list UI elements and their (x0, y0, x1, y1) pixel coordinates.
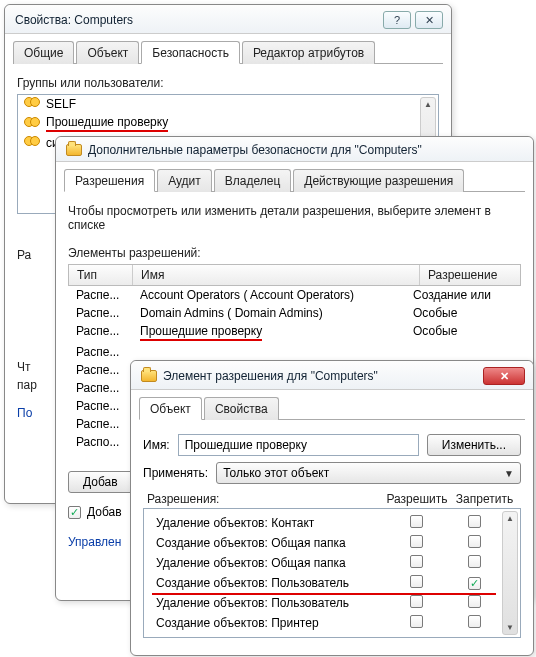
tabs: Разрешения Аудит Владелец Действующие ра… (64, 168, 525, 192)
deny-checkbox[interactable] (468, 535, 481, 548)
tab-audit[interactable]: Аудит (157, 169, 212, 192)
users-icon (24, 97, 40, 111)
allow-checkbox[interactable] (410, 535, 423, 548)
list-item-self[interactable]: SELF (18, 95, 438, 113)
users-icon (24, 136, 40, 150)
allow-checkbox[interactable] (410, 615, 423, 628)
table-row[interactable]: Распе... Account Operators ( Account Ope… (68, 286, 521, 304)
permission-label: Удаление объектов: Общая папка (148, 556, 381, 570)
titlebar: Свойства: Computers ? ✕ (5, 5, 451, 34)
titlebar: Элемент разрешения для "Computers" ✕ (131, 361, 533, 390)
permission-row: Удаление объектов: Общая папка (144, 553, 520, 573)
deny-checkbox[interactable] (468, 555, 481, 568)
scrollbar[interactable] (502, 511, 518, 635)
deny-header: Запретить (452, 492, 517, 506)
permission-label: Удаление объектов: Пользователь (148, 596, 381, 610)
allow-checkbox[interactable] (410, 575, 423, 588)
table-row[interactable]: Распе... Domain Admins ( Domain Admins) … (68, 304, 521, 322)
permission-row: Удаление объектов: Пользователь (144, 593, 520, 613)
apply-row: Применять: Только этот объект ▼ (143, 462, 521, 484)
tab-permissions[interactable]: Разрешения (64, 169, 155, 192)
table-row[interactable]: Распе... Прошедшие проверку Особые (68, 322, 521, 343)
groups-label: Группы или пользователи: (17, 76, 439, 90)
window-buttons: ? ✕ (383, 11, 443, 29)
titlebar: Дополнительные параметры безопасности дл… (56, 137, 533, 162)
advanced-link[interactable]: По (17, 406, 32, 420)
permission-row: Создание объектов: Общая папка (144, 533, 520, 553)
tab-security[interactable]: Безопасность (141, 41, 240, 64)
tab-general[interactable]: Общие (13, 41, 74, 64)
tab-effective[interactable]: Действующие разрешения (293, 169, 464, 192)
col-name[interactable]: Имя (133, 265, 420, 285)
chevron-down-icon: ▼ (504, 468, 514, 479)
window-title: Дополнительные параметры безопасности дл… (88, 143, 422, 157)
close-button[interactable]: ✕ (483, 367, 525, 385)
list-item-label: SELF (46, 97, 76, 111)
list-item-label: Прошедшие проверку (46, 115, 168, 132)
change-button[interactable]: Изменить... (427, 434, 521, 456)
name-field[interactable]: Прошедшие проверку (178, 434, 419, 456)
tab-object[interactable]: Объект (76, 41, 139, 64)
entries-label: Элементы разрешений: (68, 246, 521, 260)
include-checkbox[interactable] (68, 506, 81, 519)
permission-row: Создание объектов: Пользователь (144, 573, 520, 593)
folder-icon (141, 370, 157, 382)
col-type[interactable]: Тип (69, 265, 133, 285)
add-button[interactable]: Добав (68, 471, 133, 493)
perm-header-label: Разрешения: (147, 492, 382, 506)
deny-checkbox[interactable] (468, 595, 481, 608)
permission-label: Создание объектов: Общая папка (148, 536, 381, 550)
folder-icon (66, 144, 82, 156)
permission-label: Удаление объектов: Контакт (148, 516, 381, 530)
tab-properties[interactable]: Свойства (204, 397, 279, 420)
tab-object[interactable]: Объект (139, 397, 202, 420)
users-icon (24, 117, 40, 131)
list-item-authenticated[interactable]: Прошедшие проверку (18, 113, 438, 134)
tabs: Общие Объект Безопасность Редактор атриб… (13, 40, 443, 64)
allow-checkbox[interactable] (410, 555, 423, 568)
table-row[interactable]: Распе... (68, 343, 521, 361)
allow-checkbox[interactable] (410, 595, 423, 608)
tabs: Объект Свойства (139, 396, 525, 420)
permission-row: Удаление объектов: Контакт (144, 513, 520, 533)
allow-header: Разрешить (382, 492, 452, 506)
apply-label: Применять: (143, 466, 208, 480)
name-row: Имя: Прошедшие проверку Изменить... (143, 434, 521, 456)
tab-attributes[interactable]: Редактор атрибутов (242, 41, 375, 64)
permission-label: Создание объектов: Принтер (148, 616, 381, 630)
tab-owner[interactable]: Владелец (214, 169, 292, 192)
permissions-listbox: Удаление объектов: КонтактСоздание объек… (143, 508, 521, 638)
col-perm[interactable]: Разрешение (420, 265, 520, 285)
apply-select[interactable]: Только этот объект ▼ (216, 462, 521, 484)
deny-checkbox[interactable] (468, 615, 481, 628)
deny-checkbox[interactable] (468, 515, 481, 528)
help-text: Чтобы просмотреть или изменить детали ра… (68, 204, 521, 232)
deny-checkbox[interactable] (468, 577, 481, 590)
close-button[interactable]: ✕ (415, 11, 443, 29)
help-button[interactable]: ? (383, 11, 411, 29)
permission-row: Создание объектов: Принтер (144, 613, 520, 633)
manage-link[interactable]: Управлен (68, 535, 121, 549)
apply-value: Только этот объект (223, 466, 329, 480)
highlight-underline (152, 593, 496, 595)
permission-entry-window: Элемент разрешения для "Computers" ✕ Объ… (130, 360, 534, 656)
permission-label: Создание объектов: Пользователь (148, 576, 381, 590)
object-pane: Имя: Прошедшие проверку Изменить... Прим… (131, 420, 533, 646)
table-header: Тип Имя Разрешение (68, 264, 521, 286)
allow-checkbox[interactable] (410, 515, 423, 528)
window-title: Свойства: Computers (15, 13, 133, 27)
include-label: Добав (87, 505, 122, 519)
window-title: Элемент разрешения для "Computers" (163, 369, 378, 383)
window-buttons: ✕ (483, 367, 525, 385)
name-label: Имя: (143, 438, 170, 452)
